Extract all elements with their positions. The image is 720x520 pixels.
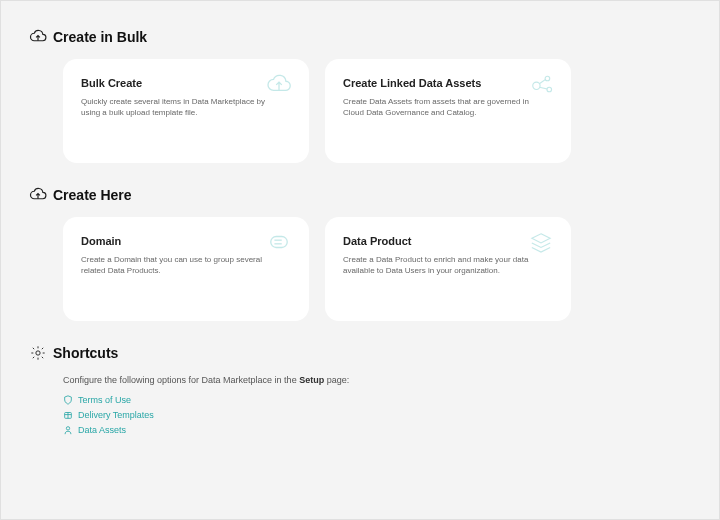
card-description: Create a Data Product to enrich and make…	[343, 255, 543, 277]
svg-marker-8	[532, 234, 550, 243]
section-title: Create Here	[53, 187, 132, 203]
shortcuts-subtitle-pre: Configure the following options for Data…	[63, 375, 299, 385]
link-data-assets[interactable]: Data Assets	[63, 425, 691, 435]
shortcuts-subtitle-bold: Setup	[299, 375, 324, 385]
cloud-upload-icon	[29, 29, 47, 45]
card-row-create-here: Domain Create a Domain that you can use …	[63, 217, 691, 321]
section-shortcuts: Shortcuts Configure the following option…	[29, 345, 691, 435]
package-icon	[63, 410, 73, 420]
card-description: Create a Domain that you can use to grou…	[81, 255, 281, 277]
shield-icon	[63, 395, 73, 405]
card-title: Bulk Create	[81, 77, 291, 89]
card-domain[interactable]: Domain Create a Domain that you can use …	[63, 217, 309, 321]
card-title: Create Linked Data Assets	[343, 77, 553, 89]
svg-point-11	[66, 427, 69, 430]
cloud-upload-icon	[265, 73, 293, 95]
link-label: Terms of Use	[78, 395, 131, 405]
gear-icon	[29, 345, 47, 361]
section-header-shortcuts: Shortcuts	[29, 345, 691, 361]
svg-point-9	[36, 351, 40, 355]
shortcuts-subtitle-post: page:	[324, 375, 349, 385]
card-row-create-in-bulk: Bulk Create Quickly create several items…	[63, 59, 691, 163]
section-title: Create in Bulk	[53, 29, 147, 45]
card-create-linked-data-assets[interactable]: Create Linked Data Assets Create Data As…	[325, 59, 571, 163]
layers-icon	[527, 231, 555, 253]
card-bulk-create[interactable]: Bulk Create Quickly create several items…	[63, 59, 309, 163]
svg-rect-5	[271, 237, 288, 248]
svg-line-3	[539, 79, 545, 83]
svg-point-0	[533, 82, 540, 89]
svg-point-2	[547, 87, 552, 92]
cloud-upload-icon	[29, 187, 47, 203]
section-create-in-bulk: Create in Bulk Bulk Create Quickly creat…	[29, 29, 691, 163]
svg-point-1	[545, 76, 550, 81]
section-create-here: Create Here Domain Create a Domain that …	[29, 187, 691, 321]
svg-line-4	[540, 87, 548, 89]
section-title: Shortcuts	[53, 345, 118, 361]
person-icon	[63, 425, 73, 435]
card-description: Quickly create several items in Data Mar…	[81, 97, 281, 119]
link-terms-of-use[interactable]: Terms of Use	[63, 395, 691, 405]
shortcuts-subtitle: Configure the following options for Data…	[63, 375, 691, 385]
tag-icon	[265, 231, 293, 253]
card-description: Create Data Assets from assets that are …	[343, 97, 543, 119]
section-header-create-in-bulk: Create in Bulk	[29, 29, 691, 45]
section-header-create-here: Create Here	[29, 187, 691, 203]
card-data-product[interactable]: Data Product Create a Data Product to en…	[325, 217, 571, 321]
link-label: Data Assets	[78, 425, 126, 435]
network-icon	[527, 73, 555, 95]
card-title: Domain	[81, 235, 291, 247]
card-title: Data Product	[343, 235, 553, 247]
link-label: Delivery Templates	[78, 410, 154, 420]
link-delivery-templates[interactable]: Delivery Templates	[63, 410, 691, 420]
shortcuts-link-list: Terms of Use Delivery Templates Data Ass…	[63, 395, 691, 435]
